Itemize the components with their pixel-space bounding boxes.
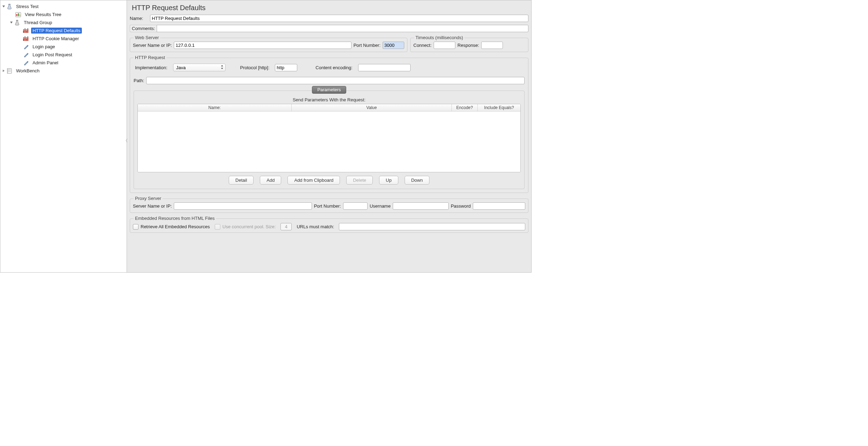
retrieve-all-checkbox-wrap[interactable]: Retrieve All Embedded Resources [133, 224, 210, 230]
disclosure-triangle-down-icon[interactable] [2, 5, 5, 8]
tree-item-stress-test[interactable]: Stress Test [0, 2, 127, 10]
svg-rect-16 [23, 38, 24, 41]
proxy-server-name-input[interactable] [174, 202, 312, 210]
protocol-input[interactable] [275, 64, 297, 71]
svg-point-14 [26, 29, 27, 30]
column-value[interactable]: Value [292, 104, 452, 111]
sampler-icon [23, 60, 29, 66]
proxy-password-input[interactable] [473, 202, 525, 210]
svg-marker-24 [2, 70, 4, 72]
content-encoding-input[interactable] [358, 64, 411, 71]
parameters-table-header: Name: Value Encode? Include Equals? [138, 104, 520, 112]
tree-item-login-page[interactable]: Login page [0, 43, 127, 51]
tree-item-label: Stress Test [15, 3, 40, 9]
urls-must-match-label: URLs must match: [297, 224, 334, 229]
tree-item-cookie-manager[interactable]: HTTP Cookie Manager [0, 35, 127, 43]
add-from-clipboard-button[interactable]: Add from Clipboard [287, 176, 340, 185]
sampler-icon [23, 52, 29, 58]
path-label: Path: [134, 78, 144, 83]
tree-item-admin-panel[interactable]: Admin Panel [0, 59, 127, 67]
svg-point-21 [24, 36, 25, 37]
response-input[interactable] [481, 42, 503, 49]
embedded-resources-legend: Embedded Resources from HTML Files [134, 216, 216, 221]
parameters-table[interactable]: Name: Value Encode? Include Equals? [137, 104, 521, 172]
svg-rect-18 [26, 38, 27, 41]
tree-item-label: View Results Tree [23, 12, 63, 17]
svg-point-13 [24, 28, 25, 29]
proxy-port-input[interactable] [343, 202, 368, 210]
disclosure-triangle-down-icon[interactable] [9, 21, 13, 24]
comments-label: Comments: [130, 25, 157, 32]
tree-item-view-results[interactable]: View Results Tree [0, 10, 127, 19]
delete-button[interactable]: Delete [346, 176, 373, 185]
disclosure-triangle-right-icon[interactable] [2, 69, 5, 73]
svg-rect-5 [20, 15, 20, 16]
svg-rect-7 [16, 20, 18, 21]
down-button[interactable]: Down [405, 176, 429, 185]
svg-point-23 [27, 36, 28, 37]
proxy-server-name-label: Server Name or IP: [133, 203, 172, 209]
config-element-icon [23, 28, 29, 34]
proxy-server-group: Proxy Server Server Name or IP: Port Num… [130, 199, 528, 213]
retrieve-all-label: Retrieve All Embedded Resources [141, 224, 210, 229]
embedded-resources-group: Embedded Resources from HTML Files Retri… [130, 218, 528, 233]
server-name-label: Server Name or IP: [133, 43, 172, 48]
checkbox-icon[interactable] [133, 224, 138, 230]
tree-item-label: Admin Panel [31, 60, 60, 66]
svg-rect-8 [23, 30, 24, 33]
concurrent-pool-label: Use concurrent pool. Size: [222, 224, 276, 229]
connect-input[interactable] [434, 42, 455, 49]
proxy-server-legend: Proxy Server [134, 196, 163, 201]
results-tree-icon [15, 12, 21, 17]
name-label: Name: [130, 16, 148, 21]
proxy-username-input[interactable] [393, 202, 449, 210]
server-name-input[interactable] [174, 42, 351, 49]
splitter-handle-icon[interactable] [126, 138, 129, 142]
port-number-input[interactable] [383, 42, 404, 49]
workbench-icon [6, 68, 13, 74]
up-button[interactable]: Up [379, 176, 398, 185]
detail-button[interactable]: Detail [229, 176, 254, 185]
name-row: Name: [130, 15, 528, 22]
config-element-icon [23, 36, 29, 42]
tree-item-thread-group[interactable]: Thread Group [0, 19, 127, 27]
thread-group-icon [14, 20, 20, 26]
tree: Stress Test [0, 2, 127, 75]
proxy-port-label: Port Number: [314, 203, 341, 209]
implementation-label: Implementation: [135, 65, 168, 70]
column-name[interactable]: Name: [138, 104, 292, 111]
checkbox-icon [215, 224, 220, 230]
parameters-tab[interactable]: Parameters [312, 86, 346, 94]
svg-rect-11 [27, 29, 28, 33]
svg-rect-10 [26, 30, 27, 33]
parameters-table-body[interactable] [138, 112, 520, 172]
tree-item-label: Thread Group [22, 20, 54, 26]
tree-item-login-post[interactable]: Login Post Request [0, 51, 127, 59]
urls-must-match-input[interactable] [339, 223, 525, 230]
column-encode[interactable]: Encode? [452, 104, 478, 111]
sampler-icon [23, 44, 29, 50]
protocol-label: Protocol [http]: [240, 65, 270, 70]
svg-point-15 [27, 28, 28, 29]
connect-label: Connect: [413, 43, 432, 48]
add-button[interactable]: Add [260, 176, 281, 185]
svg-rect-1 [8, 4, 10, 5]
tree-item-label: Login Post Request [31, 52, 73, 58]
comments-row: Comments: [130, 25, 528, 32]
parameters-section: Parameters Send Parameters With the Requ… [134, 91, 525, 189]
tree-item-workbench[interactable]: WorkBench [0, 67, 127, 75]
name-input[interactable] [150, 15, 528, 22]
tree-item-http-request-defaults[interactable]: HTTP Request Defaults [0, 27, 127, 35]
comments-input[interactable] [157, 25, 528, 32]
concurrent-pool-size-input [280, 223, 292, 230]
page-title: HTTP Request Defaults [127, 0, 531, 15]
path-input[interactable] [146, 77, 525, 84]
implementation-select[interactable]: Java [173, 64, 226, 71]
response-label: Response: [457, 43, 479, 48]
http-request-group: HTTP Request Implementation: Java [130, 58, 528, 193]
web-server-legend: Web Server [134, 35, 160, 40]
column-include-equals[interactable]: Include Equals? [478, 104, 520, 111]
svg-point-22 [26, 37, 27, 38]
port-number-label: Port Number: [354, 43, 380, 48]
svg-point-20 [23, 37, 24, 38]
